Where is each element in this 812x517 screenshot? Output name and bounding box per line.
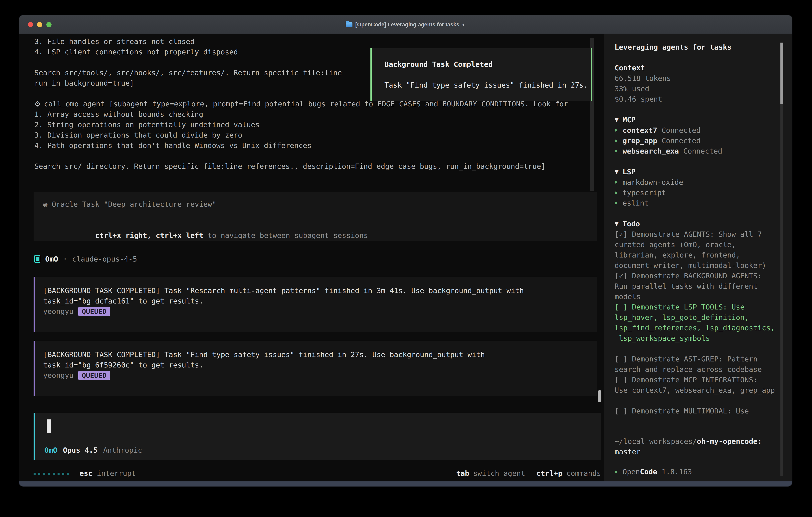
mcp-name: context7	[622, 125, 657, 136]
close-window-button[interactable]	[28, 22, 33, 27]
git-branch: master	[615, 446, 778, 457]
desktop: [OpenCode] Leveraging agents for tasks ◐…	[0, 0, 812, 517]
oracle-task-box: ◉ Oracle Task "Deep architecture review"…	[34, 192, 597, 241]
context-heading: Context	[615, 63, 778, 73]
mcp-item: context7 Connected	[615, 125, 778, 136]
app-version: 1.0.163	[662, 467, 692, 477]
agent-header: OmO · claude-opus-4-5	[34, 255, 137, 263]
status-dot-icon	[615, 202, 617, 204]
message-card: [BACKGROUND TASK COMPLETED] Task "Find t…	[34, 341, 597, 396]
tool-call-body: 1. Array access without bounds checking …	[34, 109, 568, 171]
oracle-task-title: ◉ Oracle Task "Deep architecture review"	[43, 199, 597, 210]
model-selector-row[interactable]: OmO Opus 4.5 Anthropic	[45, 446, 142, 454]
chevron-down-icon: ▼	[615, 169, 618, 175]
ctrlp-key-label: ctrl+p	[536, 468, 562, 479]
status-dot-icon	[615, 140, 617, 142]
message-card: [BACKGROUND TASK COMPLETED] Task "Resear…	[34, 277, 597, 332]
input-provider-label: Anthropic	[103, 446, 142, 454]
message-meta: yeongyu QUEUED	[43, 370, 597, 381]
window-bottom-frame	[19, 482, 792, 486]
window-title: [OpenCode] Leveraging agents for tasks ◐	[346, 21, 466, 28]
zoom-window-button[interactable]	[46, 22, 52, 27]
esc-hint: esc interrupt	[80, 468, 136, 479]
oracle-hint-text: to navigate between subagent sessions	[203, 231, 368, 240]
minimize-window-button[interactable]	[37, 22, 42, 27]
mcp-item: grep_app Connected	[615, 136, 778, 146]
status-dot-icon	[615, 150, 617, 152]
todo-item: [ ] Demonstrate LSP TOOLS: Use lsp_hover…	[615, 302, 778, 344]
lsp-item: typescript	[615, 188, 778, 198]
input-agent-label: OmO	[45, 446, 57, 454]
session-title: Leveraging agents for tasks	[615, 42, 778, 52]
lsp-name: eslint	[622, 198, 648, 208]
todo-item: [ ] Demonstrate MCP INTEGRATIONS: Use co…	[615, 375, 778, 396]
mcp-section-header[interactable]: ▼MCP	[615, 115, 778, 125]
version-row: OpenCode 1.0.163	[615, 467, 778, 477]
chevron-down-icon: ▼	[615, 221, 618, 227]
status-dot-icon	[615, 192, 617, 194]
message-line1: [BACKGROUND TASK COMPLETED] Task "Resear…	[43, 285, 597, 296]
oracle-hint: ctrl+x right, ctrl+x left to navigate be…	[43, 220, 597, 251]
prompt-input[interactable]: OmO Opus 4.5 Anthropic	[34, 413, 601, 460]
agent-model: claude-opus-4-5	[72, 255, 137, 263]
chat-main-area: 3. File handles or streams not closed 4.…	[19, 34, 604, 482]
todo-item: [✓] Demonstrate AGENTS: Show all 7 curat…	[615, 229, 778, 271]
titlebar[interactable]: [OpenCode] Leveraging agents for tasks ◐	[19, 15, 792, 34]
message-author: yeongyu	[43, 370, 74, 381]
message-line2: task_id="bg_6f59260c" to get results.	[43, 360, 597, 370]
traffic-lights	[28, 22, 52, 27]
mcp-item: websearch_exa Connected	[615, 146, 778, 156]
moon-icon: ◐	[462, 21, 466, 28]
tab-key-label: tab	[456, 468, 469, 479]
working-spinner-dots	[34, 472, 69, 474]
app-name-bold: Code	[640, 467, 657, 477]
window-title-text: [OpenCode] Leveraging agents for tasks	[355, 21, 459, 27]
message-line1: [BACKGROUND TASK COMPLETED] Task "Find t…	[43, 350, 597, 360]
sidebar-scrollbar-track[interactable]	[780, 42, 783, 476]
context-used: 33% used	[615, 84, 778, 94]
status-dot-icon	[615, 129, 617, 132]
workspace-path: ~/local-workspaces/oh-my-opencode:	[615, 436, 778, 446]
esc-action-label: interrupt	[97, 469, 136, 478]
commands-hint: ctrl+p commands	[536, 468, 601, 479]
agent-separator: ·	[63, 255, 67, 263]
background-task-toast[interactable]: Background Task Completed Task "Find typ…	[371, 48, 592, 101]
chat-scrollbar-thumb[interactable]	[598, 390, 601, 402]
session-sidebar: Leveraging agents for tasks Context 66,5…	[604, 34, 792, 482]
lsp-item: eslint	[615, 198, 778, 208]
todo-item: [ ] Demonstrate AST-GREP: Pattern search…	[615, 354, 778, 375]
todo-section-header[interactable]: ▼Todo	[615, 219, 778, 229]
statusbar-right: tab switch agent ctrl+p commands	[456, 468, 601, 479]
mcp-status: Connected	[662, 125, 700, 136]
message-meta: yeongyu QUEUED	[43, 306, 597, 317]
oracle-hint-keys: ctrl+x right, ctrl+x left	[95, 231, 203, 240]
scrollback-text: 3. File handles or streams not closed 4.…	[34, 36, 342, 88]
gear-icon: ⚙	[34, 99, 41, 109]
context-spent: $0.46 spent	[615, 94, 778, 104]
app-name-prefix: Open	[622, 467, 640, 477]
lsp-section-header[interactable]: ▼LSP	[615, 167, 778, 177]
input-model-label: Opus 4.5	[63, 446, 97, 454]
text-cursor	[47, 419, 51, 433]
lsp-name: markdown-oxide	[622, 177, 683, 188]
mcp-status: Connected	[683, 146, 722, 156]
sidebar-scrollbar-thumb[interactable]	[780, 43, 783, 104]
message-author: yeongyu	[43, 306, 74, 317]
status-badge: QUEUED	[78, 307, 110, 316]
toast-body: Task "Find type safety issues" finished …	[384, 80, 591, 90]
record-icon: ◉	[43, 200, 48, 208]
chevron-down-icon: ▼	[615, 117, 618, 123]
agent-omo-icon	[34, 255, 40, 263]
message-line2: task_id="bg_dcfac161" to get results.	[43, 296, 597, 306]
status-badge: QUEUED	[78, 371, 110, 380]
mcp-status: Connected	[662, 136, 700, 146]
tab-action-label: switch agent	[473, 468, 525, 479]
commands-action-label: commands	[567, 468, 601, 479]
lsp-name: typescript	[622, 188, 666, 198]
esc-key-label: esc	[80, 469, 92, 478]
status-dot-icon	[615, 181, 617, 184]
tool-call-block: ⚙ call_omo_agent [subagent_type=explore,…	[34, 99, 568, 171]
workspace-prefix: ~/local-workspaces/	[615, 437, 697, 445]
workspace-repo: oh-my-opencode:	[697, 437, 762, 445]
context-tokens: 66,518 tokens	[615, 73, 778, 84]
